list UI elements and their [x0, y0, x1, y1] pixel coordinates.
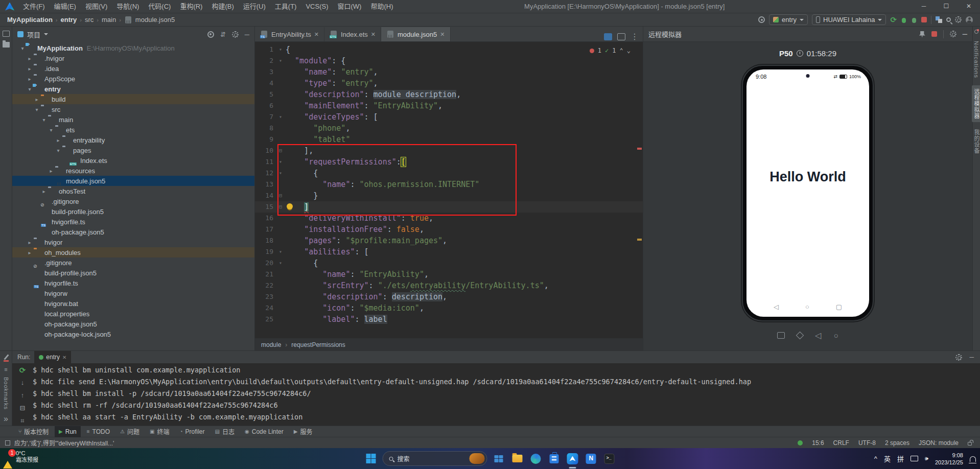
edge-button[interactable] — [529, 452, 543, 465]
menu-重构[interactable]: 重构(R) — [175, 0, 207, 13]
emulator-side-tab[interactable]: 远程模拟器 — [972, 85, 980, 122]
tree-row-oh_modules[interactable]: ▸oh_modules — [12, 247, 254, 257]
maximize-button[interactable]: ☐ — [935, 0, 958, 13]
caret-position[interactable]: 15:6 — [812, 439, 824, 447]
store-button[interactable] — [548, 452, 561, 465]
code-line-13[interactable]: 13 "name": "ohos.permission.INTERNET" — [255, 179, 643, 190]
inspections-widget[interactable]: 1 ✓ 1 ⌃ ⌄ — [590, 45, 631, 56]
device-dropdown[interactable]: HUAWEI Lahaina — [812, 14, 886, 25]
code-line-17[interactable]: 17 "installationFree": false, — [255, 224, 643, 235]
menu-VCS[interactable]: VCS(S) — [301, 0, 333, 13]
tree-row-src[interactable]: ▾src — [12, 104, 254, 114]
tree-row-.hvigor[interactable]: ▸.hvigor — [12, 53, 254, 63]
devices-side-tab[interactable]: 我的设备 — [972, 129, 980, 154]
hide-run-panel-icon[interactable]: ─ — [969, 354, 974, 361]
terminal-button[interactable] — [603, 452, 616, 465]
tree-expand-icon[interactable]: ▾ — [47, 127, 55, 133]
split-editor-icon[interactable] — [617, 33, 625, 40]
tab-Index.ets[interactable]: Index.ets✕ — [324, 27, 381, 41]
tab-module.json5[interactable]: module.json5✕ — [381, 27, 451, 41]
code-editor-button[interactable] — [585, 452, 598, 465]
tree-expand-icon[interactable]: ▸ — [47, 168, 55, 174]
tree-row-hvigor[interactable]: ▸hvigor — [12, 237, 254, 247]
file-type[interactable]: JSON: module — [919, 439, 959, 447]
breadcrumb-requestPermissions[interactable]: requestPermissions — [291, 341, 345, 348]
deveco-studio-button[interactable] — [566, 452, 579, 465]
close-tab-icon[interactable]: ✕ — [440, 31, 445, 38]
tree-expand-icon[interactable]: ▾ — [18, 45, 27, 51]
breadcrumb-MyApplication[interactable]: MyApplication — [7, 16, 53, 24]
breadcrumb-module[interactable]: module — [261, 341, 281, 348]
code-line-8[interactable]: 8 "phone", — [255, 123, 643, 134]
code-line-7[interactable]: 7▾ "deviceTypes": [ — [255, 111, 643, 123]
indent-setting[interactable]: 2 spaces — [885, 439, 909, 447]
project-tool-icon[interactable] — [3, 31, 10, 37]
tree-row-.gitignore[interactable]: .gitignore — [12, 257, 254, 268]
tree-expand-icon[interactable]: ▾ — [40, 117, 48, 123]
dock-icon[interactable]: ⌗ — [20, 417, 24, 425]
panel-settings-icon[interactable] — [232, 31, 239, 38]
code-line-1[interactable]: 1▾{ — [255, 44, 643, 55]
fold-marker-icon[interactable]: ⊟ — [275, 190, 286, 201]
reader-mode-icon[interactable] — [604, 33, 612, 40]
next-issue-icon[interactable]: ⌄ — [627, 45, 631, 56]
tree-row-build[interactable]: ▸build — [12, 94, 254, 104]
account-avatar[interactable] — [966, 16, 973, 24]
status-message[interactable]: 应为','或'}',得到'"deliveryWithInstall...' — [14, 438, 114, 447]
breadcrumb-src[interactable]: src — [85, 16, 94, 24]
run-tab-entry[interactable]: entry ✕ — [34, 351, 71, 363]
more-options-icon[interactable]: ⋮ — [631, 32, 639, 41]
rotate-icon[interactable] — [796, 332, 804, 340]
fold-marker-icon[interactable]: ▾ — [275, 55, 286, 66]
tree-row-module.json5[interactable]: module.json5 — [12, 176, 254, 186]
toolwindow-版本控制[interactable]: ⑂版本控制 — [14, 426, 53, 437]
nav-back-icon[interactable]: ◁ — [774, 303, 779, 311]
code-line-20[interactable]: 20▾ { — [255, 257, 643, 269]
project-header-title[interactable]: 项目 — [27, 30, 40, 39]
menu-lines-icon[interactable]: ≡ — [4, 366, 7, 372]
screenshot-icon[interactable] — [777, 332, 785, 339]
tree-expand-icon[interactable]: ▸ — [26, 250, 34, 255]
code-line-25[interactable]: 25 "label": label — [255, 314, 643, 325]
tree-row-AppScope[interactable]: ▸AppScope — [12, 74, 254, 84]
tree-expand-icon[interactable]: ▸ — [54, 137, 62, 143]
select-opened-file-icon[interactable] — [207, 31, 214, 38]
toolwindow-Code Linter[interactable]: ◉Code Linter — [241, 426, 288, 437]
collapse-output-icon[interactable]: ⊟ — [20, 404, 26, 412]
fold-marker-icon[interactable]: ⊟ — [275, 201, 286, 213]
tree-row-local.properties[interactable]: local.properties — [12, 309, 254, 319]
tree-expand-icon[interactable]: ▾ — [26, 86, 34, 92]
emulator-settings-icon[interactable] — [950, 31, 956, 37]
tree-row-.gitignore[interactable]: .gitignore — [12, 196, 254, 206]
wrench-icon[interactable] — [3, 354, 9, 356]
locate-icon[interactable] — [758, 16, 765, 23]
menu-运行[interactable]: 运行(U) — [239, 0, 270, 13]
debug-icon[interactable] — [901, 16, 907, 24]
weather-widget[interactable]: 1 0°C 霜冻预报 — [3, 450, 38, 463]
code-editor[interactable]: 1▾{2▾ "module": {3 "name": "entry",4 "ty… — [255, 42, 643, 338]
tree-row-hvigorw[interactable]: hvigorw — [12, 288, 254, 298]
code-line-5[interactable]: 5 "description": module description, — [255, 89, 643, 100]
code-line-2[interactable]: 2▾ "module": { — [255, 55, 643, 66]
menu-编辑[interactable]: 编辑(E) — [50, 0, 81, 13]
stop-icon[interactable] — [921, 17, 927, 22]
run-config-dropdown[interactable]: entry — [769, 14, 808, 25]
tree-row-oh-package-lock.json5[interactable]: oh-package-lock.json5 — [12, 329, 254, 339]
code-line-21[interactable]: 21 "name": "EntryAbility", — [255, 269, 643, 280]
code-line-14[interactable]: 14⊟ } — [255, 190, 643, 201]
ime-lang-en[interactable]: 英 — [884, 454, 891, 463]
file-encoding[interactable]: UTF-8 — [858, 439, 876, 447]
breadcrumb-main[interactable]: main — [102, 16, 116, 24]
code-line-23[interactable]: 23 "description": description, — [255, 291, 643, 302]
clock-widget[interactable]: 9:08 2023/12/25 — [935, 452, 963, 466]
notification-center-icon[interactable] — [970, 456, 976, 462]
tree-expand-icon[interactable]: ▸ — [40, 189, 48, 194]
volume-icon[interactable]: 🕪 — [925, 455, 928, 462]
fold-marker-icon[interactable]: ▾ — [275, 44, 286, 55]
menu-文件[interactable]: 文件(F) — [18, 0, 50, 13]
tree-row-hvigorfile.ts[interactable]: hvigorfile.ts — [12, 217, 254, 227]
start-button[interactable] — [364, 452, 378, 465]
prev-issue-icon[interactable]: ⌃ — [620, 45, 623, 56]
tree-row-hvigorfile.ts[interactable]: hvigorfile.ts — [12, 278, 254, 288]
error-location-icon[interactable] — [5, 440, 10, 445]
